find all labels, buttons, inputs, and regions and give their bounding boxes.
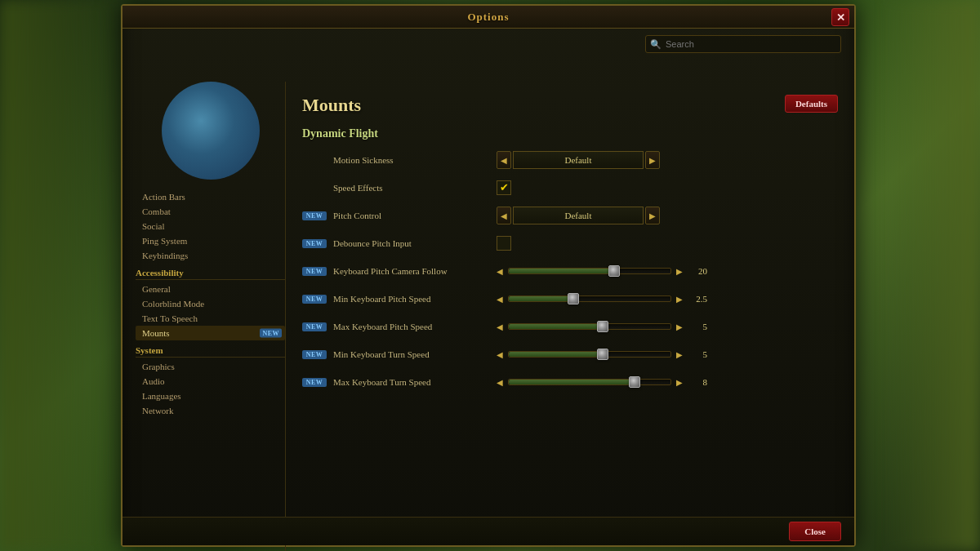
bg-blur-left (0, 0, 131, 551)
options-dialog: Options ✕ 🔍 Action Bars Combat Social (121, 4, 856, 547)
keyboard-pitch-camera-slider: ◀ ▶ 20 (497, 266, 707, 276)
min-keyboard-pitch-speed-fill (509, 296, 573, 301)
sidebar-item-tts[interactable]: Text To Speech (136, 311, 285, 326)
max-keyboard-pitch-speed-new-badge: NEW (302, 322, 327, 331)
pitch-control-prev-button[interactable]: ◀ (497, 207, 511, 224)
pitch-control-control: ◀ Default ▶ (497, 207, 660, 224)
sidebar-item-languages[interactable]: Languages (136, 389, 285, 403)
setting-row-max-keyboard-pitch-speed: NEW Max Keyboard Pitch Speed ◀ ▶ 5 (302, 315, 838, 338)
sidebar-new-badge: NEW (260, 329, 282, 338)
setting-row-max-keyboard-turn-speed: NEW Max Keyboard Turn Speed ◀ ▶ 8 (302, 371, 838, 393)
pitch-control-next-button[interactable]: ▶ (645, 207, 660, 224)
keyboard-pitch-camera-thumb (608, 265, 620, 277)
sidebar-item-social[interactable]: Social (136, 219, 285, 233)
pitch-control-new-badge: NEW (302, 211, 327, 220)
avatar (162, 82, 260, 180)
setting-row-keyboard-pitch-camera: NEW Keyboard Pitch Camera Follow ◀ ▶ 20 (302, 260, 838, 282)
search-icon: 🔍 (650, 39, 662, 50)
search-bar: 🔍 (645, 35, 841, 53)
setting-row-motion-sickness: Motion Sickness ◀ Default ▶ (302, 149, 838, 171)
slider-left-arrow-3: ◀ (497, 322, 503, 331)
sidebar-top-group: Action Bars Combat Social Ping System Ke… (136, 189, 285, 263)
sidebar: Action Bars Combat Social Ping System Ke… (122, 82, 286, 551)
sidebar-accessibility-group: Accessibility General Colorblind Mode Te… (136, 263, 285, 340)
max-keyboard-turn-speed-track[interactable] (508, 379, 671, 385)
setting-row-pitch-control: NEW Pitch Control ◀ Default ▶ (302, 204, 838, 227)
slider-right-arrow-2: ▶ (676, 295, 683, 304)
min-keyboard-pitch-speed-slider: ◀ ▶ 2.5 (497, 294, 707, 304)
max-keyboard-pitch-speed-thumb (597, 321, 608, 332)
max-keyboard-pitch-speed-label: Max Keyboard Pitch Speed (333, 322, 497, 331)
slider-right-arrow: ▶ (676, 267, 683, 276)
max-keyboard-turn-speed-new-badge: NEW (302, 378, 327, 387)
sidebar-item-general[interactable]: General (136, 282, 285, 296)
close-x-button[interactable]: ✕ (831, 8, 849, 26)
min-keyboard-turn-speed-label: Min Keyboard Turn Speed (333, 349, 497, 359)
panel-header: Mounts Defaults (302, 95, 838, 116)
sidebar-item-mounts[interactable]: Mounts NEW (136, 326, 285, 340)
min-keyboard-turn-speed-slider: ◀ ▶ 5 (497, 349, 707, 359)
max-keyboard-turn-speed-slider: ◀ ▶ 8 (497, 377, 707, 387)
page-title: Mounts (302, 95, 361, 116)
sidebar-accessibility-header: Accessibility (136, 263, 285, 280)
slider-left-arrow-2: ◀ (497, 295, 503, 304)
slider-right-arrow-5: ▶ (676, 378, 683, 387)
slider-right-arrow-4: ▶ (676, 350, 683, 359)
motion-sickness-value: Default (513, 151, 644, 169)
max-keyboard-pitch-speed-track[interactable] (508, 323, 671, 330)
motion-sickness-label: Motion Sickness (333, 155, 497, 165)
motion-sickness-next-button[interactable]: ▶ (645, 151, 660, 169)
setting-row-debounce-pitch: NEW Debounce Pitch Input (302, 232, 838, 255)
setting-row-min-keyboard-turn-speed: NEW Min Keyboard Turn Speed ◀ ▶ 5 (302, 343, 838, 366)
pitch-control-label: Pitch Control (333, 211, 497, 220)
max-keyboard-turn-speed-label: Max Keyboard Turn Speed (333, 377, 497, 387)
sidebar-item-keybindings[interactable]: Keybindings (136, 248, 285, 263)
sidebar-item-network[interactable]: Network (136, 403, 285, 418)
max-keyboard-turn-speed-fill (509, 380, 635, 384)
sidebar-item-audio[interactable]: Audio (136, 374, 285, 389)
sidebar-item-ping-system[interactable]: Ping System (136, 233, 285, 248)
motion-sickness-prev-button[interactable]: ◀ (497, 151, 511, 169)
speed-effects-label: Speed Effects (333, 183, 497, 193)
max-keyboard-pitch-speed-fill (509, 324, 603, 329)
speed-effects-checkbox[interactable]: ✔ (497, 180, 511, 195)
title-bar: Options ✕ (122, 6, 854, 29)
setting-row-min-keyboard-pitch-speed: NEW Min Keyboard Pitch Speed ◀ ▶ 2.5 (302, 287, 838, 310)
main-panel: Mounts Defaults Dynamic Flight Motion Si… (286, 82, 854, 551)
dialog-title: Options (467, 11, 509, 24)
slider-left-arrow-5: ◀ (497, 378, 503, 387)
search-input[interactable] (645, 35, 841, 53)
min-keyboard-turn-speed-value: 5 (688, 349, 707, 359)
bg-blur-right (882, 0, 980, 551)
section-title: Dynamic Flight (302, 127, 838, 140)
max-keyboard-pitch-speed-value: 5 (688, 322, 707, 331)
slider-left-arrow-4: ◀ (497, 350, 503, 359)
slider-left-arrow: ◀ (497, 267, 503, 276)
sidebar-item-combat[interactable]: Combat (136, 204, 285, 219)
checkmark-icon: ✔ (500, 181, 509, 194)
debounce-pitch-label: Debounce Pitch Input (333, 238, 497, 248)
sidebar-system-group: System Graphics Audio Languages Network (136, 340, 285, 418)
sidebar-item-action-bars[interactable]: Action Bars (136, 189, 285, 204)
min-keyboard-pitch-speed-track[interactable] (508, 295, 671, 302)
min-keyboard-turn-speed-fill (509, 352, 603, 357)
min-keyboard-pitch-speed-label: Min Keyboard Pitch Speed (333, 294, 497, 304)
slider-right-arrow-3: ▶ (676, 322, 683, 331)
max-keyboard-pitch-speed-slider: ◀ ▶ 5 (497, 322, 707, 331)
sidebar-item-colorblind[interactable]: Colorblind Mode (136, 296, 285, 311)
min-keyboard-turn-speed-new-badge: NEW (302, 350, 327, 359)
debounce-pitch-new-badge: NEW (302, 239, 327, 248)
max-keyboard-turn-speed-thumb (629, 376, 640, 388)
min-keyboard-pitch-speed-value: 2.5 (688, 294, 707, 304)
sidebar-item-graphics[interactable]: Graphics (136, 359, 285, 374)
keyboard-pitch-camera-label: Keyboard Pitch Camera Follow (333, 266, 497, 276)
close-bottom-button[interactable]: Close (789, 522, 841, 541)
debounce-pitch-checkbox[interactable] (497, 236, 511, 251)
motion-sickness-control: ◀ Default ▶ (497, 151, 660, 169)
min-keyboard-pitch-speed-thumb (568, 293, 579, 304)
defaults-button[interactable]: Defaults (785, 95, 838, 113)
keyboard-pitch-camera-track[interactable] (508, 268, 671, 274)
setting-row-speed-effects: Speed Effects ✔ (302, 176, 838, 199)
keyboard-pitch-camera-value: 20 (688, 266, 707, 276)
min-keyboard-turn-speed-track[interactable] (508, 351, 671, 358)
